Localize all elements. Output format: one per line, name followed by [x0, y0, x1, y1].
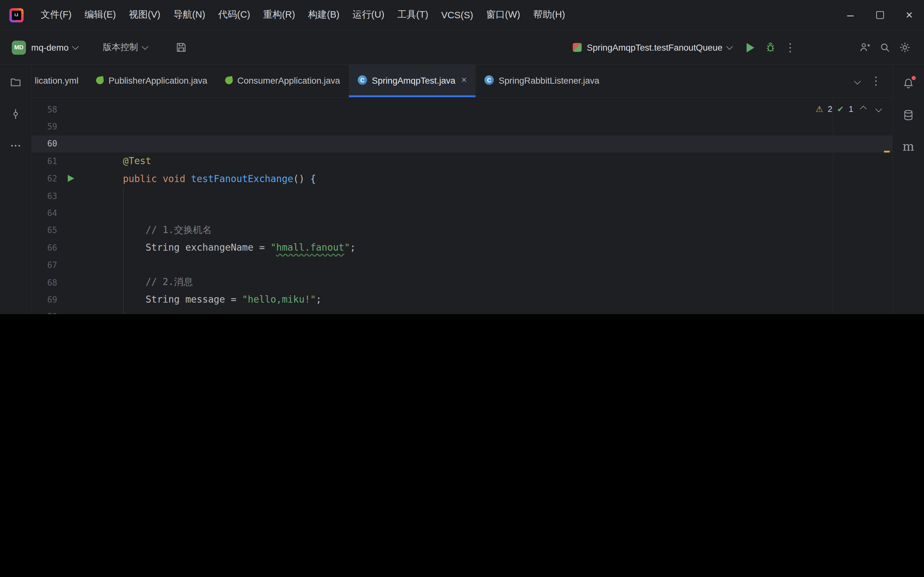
next-problem-button[interactable] — [873, 103, 884, 114]
warning-count: 2 — [828, 104, 832, 113]
settings-button[interactable] — [895, 37, 914, 57]
notifications-icon[interactable] — [900, 74, 917, 92]
search-icon — [879, 41, 891, 54]
bug-icon — [764, 41, 776, 54]
editor-tab[interactable]: lication.yml — [32, 65, 87, 97]
code-line[interactable]: 67 — [32, 256, 892, 274]
code-line[interactable]: 61 @Test — [32, 153, 892, 170]
tab-label: SpringRabbitListener.java — [499, 75, 599, 85]
close-button[interactable]: × — [895, 0, 924, 30]
editor-tab[interactable]: CSpringRabbitListener.java — [476, 65, 608, 97]
line-number: 61 — [32, 156, 100, 166]
menu-item[interactable]: 构建(B) — [302, 0, 346, 30]
code-text: public void testFanoutExchange() { — [100, 173, 316, 184]
more-actions-button[interactable]: ⋮ — [780, 37, 800, 57]
project-widget[interactable]: MD mq-demo — [12, 40, 78, 55]
editor-tab[interactable]: CSpringAmqpTest.java× — [349, 65, 475, 97]
spring-boot-icon — [95, 76, 104, 84]
menu-item[interactable]: 视图(V) — [123, 0, 167, 30]
project-name: mq-demo — [31, 42, 68, 52]
menu-item[interactable]: 重构(R) — [257, 0, 302, 30]
code-text: String message = "hello,miku!"; — [100, 294, 321, 305]
menu-item[interactable]: 导航(N) — [167, 0, 212, 30]
prev-problem-button[interactable] — [858, 103, 869, 114]
code-line[interactable]: 65 // 1.交换机名 — [32, 222, 892, 239]
code-line[interactable]: 62 public void testFanoutExchange() { — [32, 170, 892, 187]
code-line[interactable]: 63 — [32, 187, 892, 205]
indent-guide — [123, 187, 124, 314]
editor-tab[interactable]: ConsumerApplication.java — [216, 65, 349, 97]
chevron-down-icon — [142, 43, 149, 50]
run-config-name: SpringAmqpTest.testFanoutQueue — [587, 42, 722, 52]
menu-item[interactable]: 帮助(H) — [527, 0, 572, 30]
line-number: 65 — [32, 226, 100, 235]
project-icon[interactable] — [7, 73, 24, 91]
code-line[interactable]: 68 // 2.消息 — [32, 274, 892, 291]
minimize-button[interactable]: – — [835, 0, 865, 30]
search-everywhere-button[interactable] — [875, 37, 895, 57]
line-number: 60 — [32, 139, 100, 148]
spring-boot-icon — [225, 76, 233, 84]
menu-item[interactable]: 工具(T) — [391, 0, 435, 30]
line-number: 70 — [32, 312, 100, 314]
code-line[interactable]: 64 — [32, 205, 892, 222]
titlebar: IJ 文件(F)编辑(E)视图(V)导航(N)代码(C)重构(R)构建(B)运行… — [0, 0, 924, 31]
code-text: @Test — [100, 156, 151, 167]
more-icon[interactable] — [7, 137, 24, 154]
line-number: 69 — [32, 295, 100, 304]
code-text: // 1.交换机名 — [100, 224, 212, 237]
commit-icon[interactable] — [7, 105, 24, 122]
class-icon: C — [485, 75, 494, 85]
tab-options-kebab-icon[interactable]: ⋮ — [871, 74, 882, 87]
junit-run-config-icon — [573, 43, 582, 52]
warning-stripe-mark — [884, 151, 890, 153]
editor-tab[interactable]: PublisherApplication.java — [87, 65, 216, 97]
save-icon — [175, 41, 187, 54]
left-tool-stripe — [0, 65, 32, 314]
run-line-icon[interactable] — [68, 175, 74, 182]
save-all-button[interactable] — [171, 37, 191, 57]
line-number: 63 — [32, 191, 100, 200]
menu-item[interactable]: 窗口(W) — [480, 0, 527, 30]
ok-count: 1 — [849, 104, 853, 113]
gear-icon — [898, 41, 911, 54]
maximize-button[interactable] — [865, 0, 895, 30]
maven-icon[interactable]: m — [900, 138, 917, 155]
code-editor[interactable]: 58596061 @Test62 public void testFanoutE… — [32, 98, 892, 314]
code-line[interactable]: 66 String exchangeName = "hmall.fanout"; — [32, 239, 892, 256]
window-controls: – × — [835, 0, 924, 30]
database-icon[interactable] — [900, 106, 917, 124]
menu-item[interactable]: VCS(S) — [435, 0, 480, 30]
menu-item[interactable]: 运行(U) — [346, 0, 391, 30]
code-line[interactable]: 58 — [32, 101, 892, 118]
code-with-me-button[interactable] — [855, 37, 874, 57]
run-configuration-selector[interactable]: SpringAmqpTest.testFanoutQueue — [573, 42, 732, 52]
vcs-widget[interactable]: 版本控制 — [103, 42, 148, 53]
close-icon[interactable]: × — [461, 75, 467, 85]
menu-item[interactable]: 编辑(E) — [78, 0, 122, 30]
debug-button[interactable] — [760, 37, 780, 57]
inspections-widget[interactable]: ⚠ 2 ✔ 1 — [816, 103, 884, 114]
code-line[interactable]: 69 String message = "hello,miku!"; — [32, 291, 892, 308]
tab-list-chevron-icon[interactable] — [854, 77, 861, 84]
play-icon — [746, 43, 754, 52]
ide-window: IJ 文件(F)编辑(E)视图(V)导航(N)代码(C)重构(R)构建(B)运行… — [0, 0, 924, 314]
tab-label: PublisherApplication.java — [108, 75, 207, 85]
check-icon: ✔ — [837, 104, 844, 113]
line-number: 66 — [32, 243, 100, 252]
tab-label: SpringAmqpTest.java — [372, 75, 455, 85]
code-line[interactable]: 59 — [32, 118, 892, 135]
line-number: 64 — [32, 208, 100, 218]
code-line[interactable]: 60 — [32, 135, 892, 153]
menu-bar: 文件(F)编辑(E)视图(V)导航(N)代码(C)重构(R)构建(B)运行(U)… — [34, 0, 572, 30]
run-button[interactable] — [740, 37, 760, 57]
code-text: // 2.消息 — [100, 276, 193, 289]
idea-logo-icon: IJ — [9, 8, 23, 22]
chevron-down-icon — [72, 43, 79, 50]
menu-item[interactable]: 代码(C) — [212, 0, 257, 30]
menu-item[interactable]: 文件(F) — [34, 0, 78, 30]
class-icon: C — [358, 75, 367, 85]
line-number: 58 — [32, 105, 100, 114]
code-line[interactable]: 70 — [32, 308, 892, 314]
tab-label: lication.yml — [35, 75, 78, 85]
